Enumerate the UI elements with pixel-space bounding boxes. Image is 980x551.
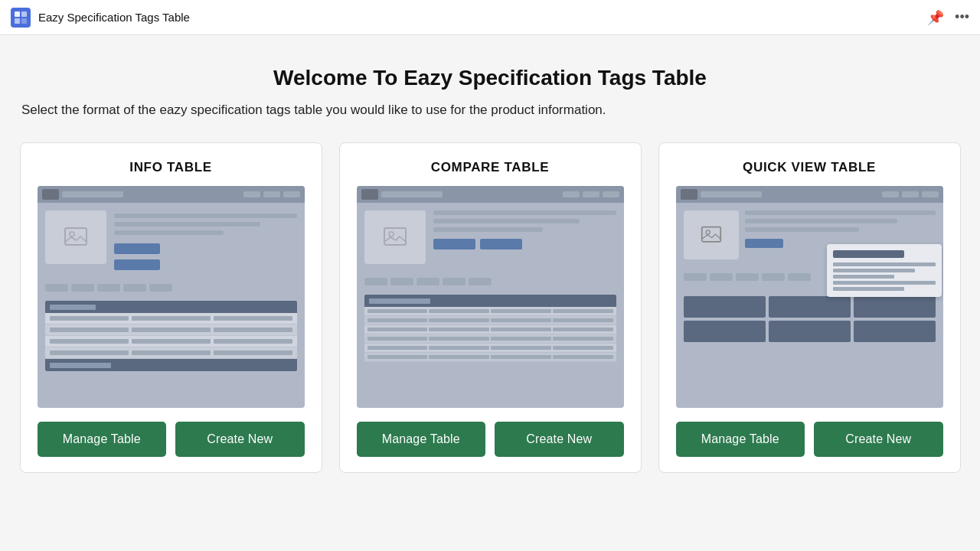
pin-icon[interactable]: 📌 — [927, 9, 944, 26]
mock-qv-l1 — [745, 210, 936, 215]
mock-dot-2 — [263, 191, 280, 197]
quick-view-table-preview — [676, 186, 943, 408]
mock-topbar-2 — [357, 186, 624, 203]
info-table-title: INFO TABLE — [38, 160, 305, 175]
info-table-preview — [38, 186, 305, 408]
mock-bc-6 — [429, 318, 489, 322]
svg-rect-8 — [701, 227, 720, 242]
mock-tag-2 — [71, 284, 94, 292]
compare-table-card: COMPARE TABLE — [339, 142, 642, 473]
info-table-create-button[interactable]: Create New — [175, 422, 305, 457]
mock-bc-22 — [429, 355, 489, 359]
mock-body-3 — [676, 203, 943, 350]
compare-table-manage-button[interactable]: Manage Table — [357, 422, 486, 457]
mock-info-upper — [45, 210, 297, 270]
mock-tag-c2 — [390, 278, 413, 285]
mock-lines-3 — [882, 191, 939, 197]
mock-bc-10 — [429, 328, 489, 331]
mock-cell-9 — [214, 339, 292, 344]
mock-qv-cell-4 — [684, 321, 766, 342]
mock-dot-c1 — [563, 191, 580, 197]
mock-header-text — [50, 305, 96, 310]
main-content: Welcome To Eazy Specification Tags Table… — [0, 35, 980, 551]
mock-overlay-l5 — [833, 287, 905, 291]
mock-big-row-4 — [364, 334, 616, 344]
mock-overlay-header — [833, 250, 905, 258]
mock-btn-2 — [114, 259, 160, 270]
mock-qv-content — [684, 290, 936, 342]
mock-compare-btn-row — [433, 239, 616, 249]
svg-rect-0 — [15, 11, 20, 17]
compare-table-create-button[interactable]: Create New — [495, 422, 624, 457]
svg-point-7 — [389, 232, 394, 236]
mock-bc-17 — [368, 346, 428, 350]
mock-cell-3 — [214, 316, 292, 321]
top-bar-title: Eazy Specification Tags Table — [38, 11, 190, 24]
mock-big-header-text — [369, 298, 430, 304]
mock-cell-1 — [50, 316, 129, 321]
mock-line — [62, 191, 123, 197]
mock-bc-23 — [491, 355, 551, 359]
mock-bc-12 — [553, 328, 613, 331]
mock-big-row-3 — [364, 325, 616, 334]
info-table-buttons: Manage Table Create New — [38, 422, 305, 457]
mock-big-row-2 — [364, 316, 616, 325]
top-bar: Eazy Specification Tags Table 📌 ••• — [0, 0, 980, 35]
mock-bc-8 — [553, 318, 613, 322]
quick-view-table-manage-button[interactable]: Manage Table — [676, 422, 805, 457]
mock-tag-q4 — [762, 273, 785, 281]
mock-tags-row — [45, 284, 297, 292]
mock-compare-right — [433, 210, 616, 264]
mock-footer-text — [50, 363, 111, 368]
mock-lines-2 — [563, 191, 619, 197]
mock-cl-3 — [433, 227, 543, 232]
mock-cl-2 — [433, 219, 580, 223]
mock-image-2 — [364, 210, 426, 264]
mock-bc-7 — [491, 318, 551, 322]
mock-square-2 — [361, 189, 378, 200]
mock-compare-upper — [364, 210, 616, 264]
quick-view-table-card: QUICK VIEW TABLE — [658, 142, 961, 473]
mock-body — [38, 203, 305, 379]
mock-bc-11 — [491, 328, 551, 331]
app-icon — [11, 8, 31, 28]
mock-btn-1 — [114, 243, 160, 254]
mock-bc-19 — [491, 346, 551, 350]
svg-point-9 — [706, 230, 710, 234]
mock-square — [42, 189, 59, 200]
mock-bc-9 — [368, 328, 428, 331]
info-table-manage-button[interactable]: Manage Table — [38, 422, 167, 457]
mock-dot — [243, 191, 260, 197]
quick-view-table-create-button[interactable]: Create New — [814, 422, 943, 457]
mock-cell-7 — [50, 339, 129, 344]
mock-line-1 — [114, 214, 297, 218]
mock-cl-1 — [433, 210, 616, 215]
mock-qv-cell-6 — [854, 321, 936, 342]
mock-line-3 — [114, 230, 224, 235]
mock-qv-image — [684, 210, 739, 259]
mock-cbtn-2 — [480, 239, 522, 249]
mock-qv-cell-5 — [769, 321, 851, 342]
more-options-icon[interactable]: ••• — [955, 9, 969, 25]
mock-bc-14 — [429, 337, 489, 341]
mock-image — [45, 210, 106, 264]
mock-dot-q1 — [882, 191, 899, 197]
mock-dot-c3 — [603, 191, 619, 197]
svg-rect-2 — [15, 18, 20, 24]
mock-qv-cell-2 — [769, 296, 851, 318]
mock-tag-q3 — [736, 273, 759, 281]
mock-cell-5 — [132, 328, 211, 332]
mock-tag-1 — [45, 284, 68, 292]
mock-qv-grid — [684, 296, 936, 342]
mock-qv-l2 — [745, 219, 897, 223]
mock-tag-q1 — [684, 273, 707, 281]
svg-point-5 — [70, 232, 74, 236]
mock-tag-5 — [149, 284, 172, 292]
compare-table-buttons: Manage Table Create New — [357, 422, 624, 457]
mock-bc-15 — [491, 337, 551, 341]
mock-cell-11 — [132, 350, 211, 355]
compare-table-preview — [357, 186, 624, 408]
mock-big-header — [364, 295, 616, 307]
page-subtitle: Select the format of the eazy specificat… — [18, 103, 962, 118]
mock-table-row-2 — [45, 324, 297, 336]
